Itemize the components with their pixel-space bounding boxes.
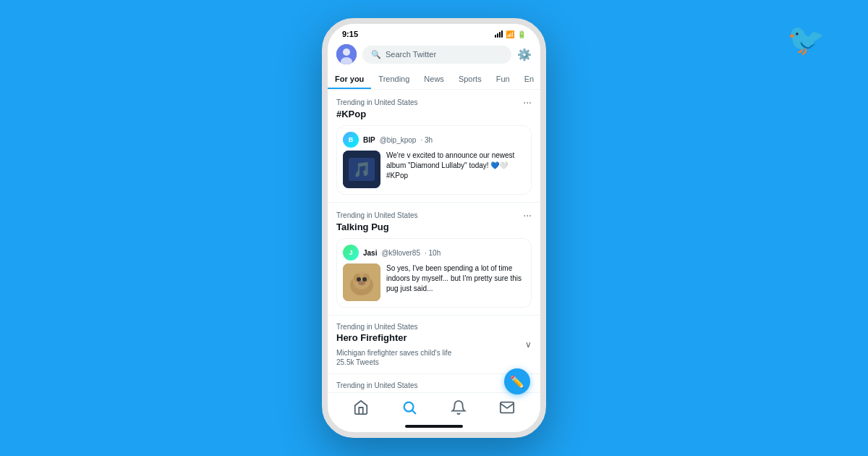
tab-fun[interactable]: Fun [489, 69, 517, 89]
tweet-time-bip: · 3h [420, 136, 433, 144]
status-icons: 📶 🔋 [495, 30, 526, 38]
chevron-down-icon: ∨ [525, 339, 532, 350]
nav-messages[interactable] [494, 399, 520, 419]
svg-text:🎵: 🎵 [354, 161, 369, 175]
svg-point-13 [358, 281, 365, 285]
svg-point-1 [343, 48, 350, 56]
phone-frame: 9:15 📶 🔋 � [322, 18, 546, 438]
nav-home[interactable] [348, 399, 374, 419]
tweet-card-pug[interactable]: J Jasi @k9lover85 · 10h [336, 238, 532, 308]
tab-sports[interactable]: Sports [451, 69, 489, 89]
tab-trending[interactable]: Trending [371, 69, 417, 89]
search-row: 🔍 Search Twitter ⚙️ [328, 41, 540, 69]
svg-point-11 [357, 277, 361, 282]
nav-notifications[interactable] [446, 399, 472, 419]
wifi-icon: 📶 [506, 30, 514, 38]
trend-pug-meta: Trending in United States [336, 211, 417, 219]
bottom-nav [328, 392, 540, 422]
compose-fab-button[interactable]: ✏️ [504, 368, 530, 394]
trend-pug-title: Talking Pug [336, 221, 532, 232]
bell-icon [451, 400, 467, 419]
trend-collaboration-meta: Trending in United States [336, 381, 417, 389]
twitter-logo-icon: 🐦 [787, 22, 825, 57]
svg-line-15 [413, 410, 416, 413]
tweet-card-kpop[interactable]: B BIP @bip_kpop · 3h 🎵 [336, 125, 532, 195]
tweet-time-jasi: · 10h [425, 249, 441, 257]
svg-point-12 [362, 277, 367, 282]
tweet-text-bip: We're v excited to announce our newest a… [386, 151, 525, 188]
trend-firefighter-subtitle: Michigan firefighter saves child's life [336, 349, 532, 357]
svg-rect-4 [349, 158, 375, 181]
tabs-bar: For you Trending News Sports Fun En [328, 69, 540, 90]
trend-kpop-meta: Trending in United States [336, 98, 417, 106]
user-avatar[interactable] [336, 44, 357, 64]
search-box[interactable]: 🔍 Search Twitter [362, 46, 511, 64]
tab-for-you[interactable]: For you [328, 69, 371, 89]
search-icon: 🔍 [371, 50, 381, 59]
svg-rect-3 [343, 151, 380, 188]
search-placeholder-text: Search Twitter [386, 50, 436, 59]
settings-icon[interactable]: ⚙️ [517, 48, 532, 62]
trend-kpop[interactable]: Trending in United States ··· #KPop B BI… [328, 90, 540, 203]
tweet-handle-jasi: @k9lover85 [381, 249, 420, 257]
compose-icon: ✏️ [510, 375, 524, 389]
trend-talking-pug[interactable]: Trending in United States ··· Talking Pu… [328, 203, 540, 316]
tweet-avatar-jasi: J [343, 245, 359, 261]
tweet-image-album: 🎵 [343, 151, 380, 188]
home-icon [353, 400, 369, 419]
search-nav-icon [401, 400, 417, 419]
battery-icon: 🔋 [517, 30, 526, 38]
trend-firefighter-count: 25.5k Tweets [336, 358, 532, 366]
trend-pug-dots[interactable]: ··· [523, 210, 532, 220]
trend-collaboration-title: #Collaboration [336, 391, 532, 392]
mail-icon [499, 400, 515, 419]
trending-feed: Trending in United States ··· #KPop B BI… [328, 90, 540, 392]
signal-icon [495, 30, 503, 38]
tweet-handle-bip: @bip_kpop [380, 136, 417, 144]
tab-en[interactable]: En [517, 69, 540, 89]
trend-firefighter-meta: Trending in United States [336, 323, 417, 331]
tweet-user-bip: BIP [363, 136, 375, 144]
trend-hero-firefighter[interactable]: Trending in United States ∨ Hero Firefig… [328, 316, 540, 374]
nav-search[interactable] [396, 399, 422, 419]
tweet-text-jasi: So yes, I've been spending a lot of time… [386, 263, 525, 301]
tweet-user-jasi: Jasi [363, 249, 377, 257]
home-indicator [405, 425, 463, 428]
status-bar: 9:15 📶 🔋 [328, 24, 540, 41]
tweet-avatar-bip: B [343, 132, 359, 148]
trend-kpop-title: #KPop [336, 109, 532, 119]
trend-kpop-dots[interactable]: ··· [523, 97, 532, 107]
tab-news[interactable]: News [417, 69, 451, 89]
tweet-image-pug [343, 263, 380, 301]
status-time: 9:15 [342, 30, 358, 38]
trend-firefighter-title: Hero Firefighter [336, 332, 532, 343]
